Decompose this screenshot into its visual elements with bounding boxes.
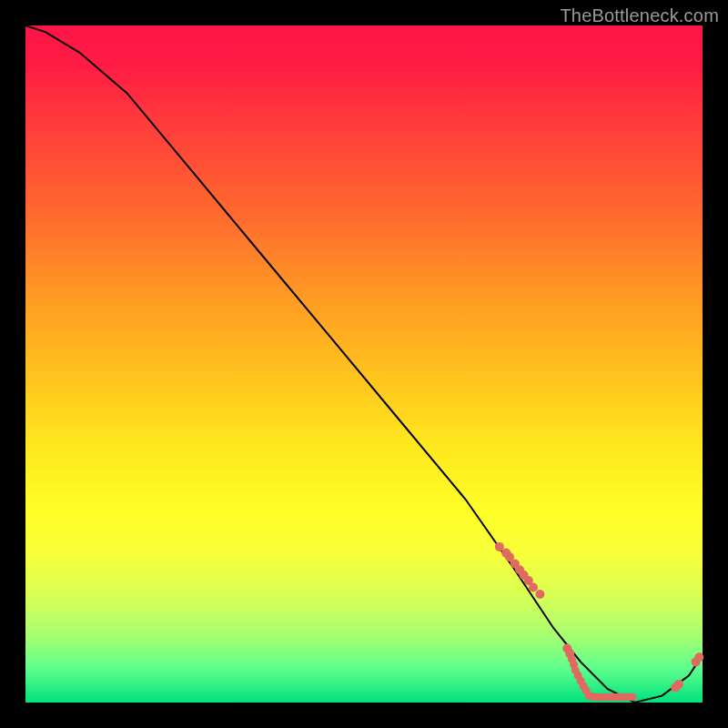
highlight-dot	[495, 542, 504, 551]
curve-line	[25, 25, 703, 703]
highlight-dot	[529, 583, 538, 592]
watermark-text: TheBottleneck.com	[560, 5, 719, 26]
highlight-dot	[535, 590, 544, 599]
highlight-dots	[495, 542, 704, 701]
chart-frame: TheBottleneck.com	[0, 0, 728, 728]
highlight-dot	[694, 652, 703, 662]
plot-gradient-bg	[25, 25, 703, 703]
highlight-dot	[629, 693, 636, 701]
plot-svg	[25, 25, 703, 703]
highlight-dot	[674, 680, 683, 689]
